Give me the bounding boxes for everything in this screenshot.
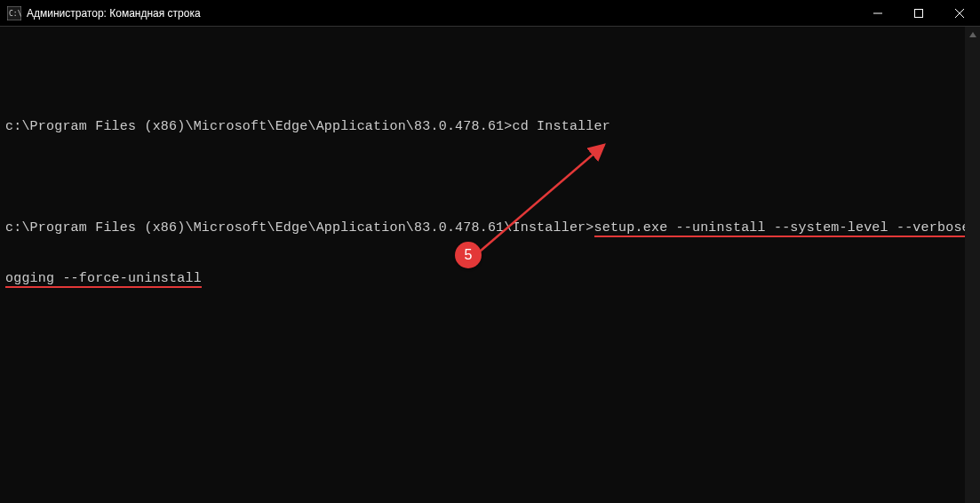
svg-text:C:\: C:\: [9, 10, 21, 18]
window-titlebar: C:\ Администратор: Командная строка: [0, 0, 980, 27]
terminal-area[interactable]: c:\Program Files (x86)\Microsoft\Edge\Ap…: [0, 27, 980, 503]
prompt-1: c:\Program Files (x86)\Microsoft\Edge\Ap…: [5, 119, 513, 134]
window-controls: [857, 0, 980, 26]
minimize-button[interactable]: [857, 0, 898, 26]
window-title: Администратор: Командная строка: [27, 7, 857, 20]
command-2-part1: setup.exe --uninstall --system-level --v…: [594, 220, 980, 237]
svg-marker-6: [969, 32, 976, 37]
vertical-scrollbar[interactable]: [965, 27, 980, 503]
command-1: cd Installer: [513, 119, 610, 134]
close-button[interactable]: [939, 0, 980, 26]
prompt-2: c:\Program Files (x86)\Microsoft\Edge\Ap…: [5, 220, 594, 236]
cmd-icon: C:\: [7, 6, 21, 20]
scrollbar-up-arrow[interactable]: [965, 27, 980, 42]
maximize-button[interactable]: [898, 0, 939, 26]
command-2-part2: ogging --force-uninstall: [5, 271, 202, 288]
terminal-output: c:\Program Files (x86)\Microsoft\Edge\Ap…: [5, 34, 980, 321]
svg-rect-3: [915, 9, 923, 17]
